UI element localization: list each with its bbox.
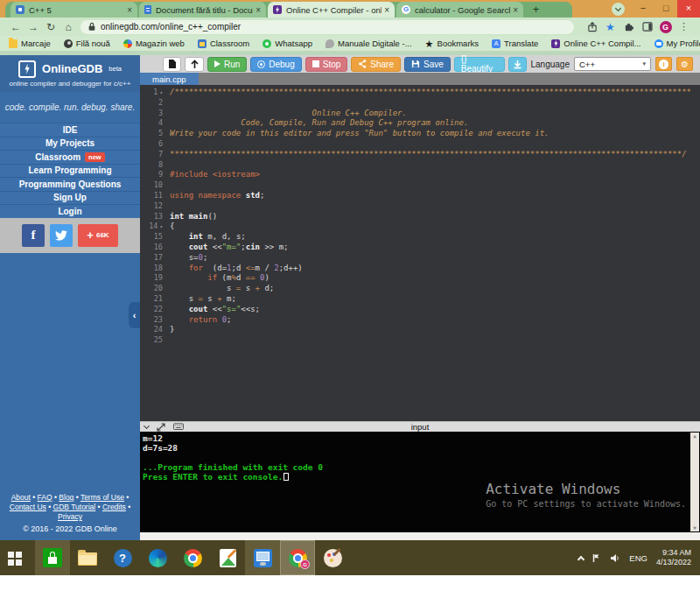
console-output[interactable]: m=12d=7s=28...Program finished with exit…	[140, 432, 700, 532]
language-select[interactable]: C++ ▾	[574, 57, 651, 71]
footer-link-credits[interactable]: Credits	[102, 503, 126, 511]
footer-link-blog[interactable]: Blog	[59, 493, 74, 502]
scroll-down-icon[interactable]: ▼	[693, 524, 696, 531]
browser-tab-document-f-r-titlu-documente[interactable]: Document fără titlu - Documente×	[139, 2, 266, 18]
bookmark-manuale-digitale[interactable]: Manuale Digitale -...	[326, 39, 411, 48]
tray-chevron-up-icon[interactable]	[578, 555, 584, 562]
taskbar-item-chrome-profile[interactable]: G	[280, 540, 315, 575]
bookmark-fil-nou[interactable]: Filă nouă	[64, 39, 110, 48]
bookmark-my-profile-zoom[interactable]: My Profile - Zoom	[654, 39, 700, 48]
beautify-button[interactable]: {} Beautify	[454, 57, 505, 72]
keyboard-language[interactable]: ENG	[629, 553, 648, 563]
facebook-icon[interactable]: f	[22, 224, 45, 247]
debug-button[interactable]: Debug	[250, 57, 301, 72]
bookmark-classroom[interactable]: Classroom	[198, 39, 249, 48]
browser-tab-online-c-compiler-online-edi[interactable]: Online C++ Compiler - online edi×	[268, 2, 395, 18]
sidebar-item-programming-questions[interactable]: Programming Questions	[0, 177, 140, 191]
close-button[interactable]: ×	[677, 0, 700, 18]
sidebar-collapse-button[interactable]: ‹	[129, 302, 140, 328]
footer-link-gdb-tutorial[interactable]: GDB Tutorial	[53, 503, 96, 511]
open-file-button[interactable]	[185, 57, 203, 72]
taskbar-item-photos[interactable]	[210, 540, 245, 575]
minimize-button[interactable]: −	[632, 0, 654, 18]
forward-icon[interactable]: →	[24, 21, 42, 33]
social-buttons: f + 66K	[0, 218, 140, 253]
browser-tab-calculator-google-search[interactable]: Gcalculator - Google Search×	[396, 2, 523, 18]
code-line: 17 s=0;	[140, 253, 700, 264]
bookmark-online-c-compil[interactable]: Online C++ Compil...	[551, 39, 640, 48]
sidebar-item-learn-programming[interactable]: Learn Programming	[0, 164, 140, 178]
browser-tab-c-5[interactable]: C++ 5×	[10, 2, 137, 18]
settings-button[interactable]: ⚙	[676, 57, 693, 71]
footer-link-terms-of-use[interactable]: Terms of Use	[80, 493, 124, 502]
reload-icon[interactable]: ↻	[42, 21, 60, 33]
profile-avatar[interactable]: G	[656, 21, 675, 33]
sidebar-item-login[interactable]: Login	[0, 204, 140, 218]
footer-link-about[interactable]: About	[11, 493, 31, 502]
bookmark-bookmarks[interactable]: ★Bookmarks	[425, 39, 480, 48]
home-icon[interactable]: ⌂	[60, 21, 77, 33]
editor-tab-main-cpp[interactable]: main.cpp	[140, 73, 199, 85]
browser-menu-icon[interactable]: ⋮	[675, 21, 693, 32]
tab-search-button[interactable]	[612, 3, 625, 16]
taskbar-item-edge[interactable]	[140, 540, 175, 575]
collapse-console-icon[interactable]	[144, 423, 150, 429]
bookmark-marcaje[interactable]: Marcaje	[9, 39, 51, 48]
new-tab-button[interactable]: +	[528, 3, 543, 18]
tab-close-icon[interactable]: ×	[384, 5, 389, 15]
bookmark-label: Translate	[504, 39, 538, 48]
run-button[interactable]: Run	[207, 57, 247, 72]
taskbar-item-file-explorer[interactable]	[70, 540, 105, 575]
console-line: m=12	[143, 433, 688, 443]
clock[interactable]: 9:34 AM 4/13/2022	[656, 548, 691, 567]
taskbar-item-help[interactable]	[105, 540, 140, 575]
expand-console-icon[interactable]	[157, 423, 165, 432]
fold-icon[interactable]: ▾	[159, 89, 163, 95]
taskbar-item-display-app[interactable]	[245, 540, 280, 575]
sidebar-item-ide[interactable]: IDE	[0, 123, 140, 137]
keyboard-icon[interactable]	[173, 423, 184, 431]
share-button[interactable]: Share	[351, 57, 401, 72]
fold-icon[interactable]: ▾	[159, 223, 163, 229]
floppy-icon	[411, 60, 420, 68]
sidebar-item-classroom[interactable]: Classroomnew	[0, 150, 140, 164]
download-button[interactable]	[508, 57, 527, 72]
taskbar-item-paint[interactable]	[315, 540, 350, 575]
bookmarks-bar: MarcajeFilă nouăMagazin webClassroomWhat…	[0, 36, 700, 51]
share-counter-button[interactable]: + 66K	[78, 224, 118, 247]
taskbar-item-start[interactable]	[0, 540, 35, 575]
tab-close-icon[interactable]: ×	[256, 5, 261, 15]
footer-link-contact-us[interactable]: Contact Us	[10, 503, 46, 511]
back-icon[interactable]: ←	[7, 21, 24, 33]
bookmark-star-icon[interactable]: ★	[601, 21, 620, 33]
share-page-icon[interactable]	[583, 22, 601, 32]
info-button[interactable]: i	[655, 57, 672, 71]
taskbar-item-chrome[interactable]	[175, 540, 210, 575]
new-badge: new	[85, 152, 105, 162]
new-file-button[interactable]	[163, 57, 181, 72]
network-icon[interactable]	[592, 553, 601, 563]
maximize-button[interactable]: □	[654, 0, 677, 18]
bookmark-magazin-web[interactable]: Magazin web	[123, 39, 185, 48]
tab-close-icon[interactable]: ×	[127, 5, 132, 15]
scroll-up-icon[interactable]: ▲	[693, 433, 696, 440]
bookmark-whatsapp[interactable]: Whatsapp	[262, 39, 312, 48]
twitter-icon[interactable]	[50, 224, 73, 247]
sidebar-item-my-projects[interactable]: My Projects	[0, 137, 140, 151]
speaker-icon[interactable]	[610, 553, 620, 563]
tab-close-icon[interactable]: ×	[513, 5, 518, 15]
console-scrollbar[interactable]: ▲ ▼	[690, 433, 699, 531]
code-editor[interactable]: 1▾/*************************************…	[140, 85, 700, 421]
photos-icon	[220, 549, 236, 567]
extensions-puzzle-icon[interactable]	[620, 22, 638, 32]
taskbar-item-store[interactable]	[35, 540, 70, 575]
side-panel-icon[interactable]	[638, 22, 656, 32]
footer-link-privacy[interactable]: Privacy	[58, 512, 82, 521]
address-bar[interactable]: onlinegdb.com/online_c++_compiler	[80, 20, 574, 34]
onlinegdb-logo[interactable]: OnlineGDB beta online compiler and debug…	[0, 55, 140, 92]
stop-button[interactable]: Stop	[305, 57, 348, 72]
bookmark-translate[interactable]: Translate	[492, 39, 538, 48]
sidebar-item-sign-up[interactable]: Sign Up	[0, 191, 140, 205]
save-button[interactable]: Save	[404, 57, 451, 72]
footer-link-faq[interactable]: FAQ	[38, 493, 52, 502]
